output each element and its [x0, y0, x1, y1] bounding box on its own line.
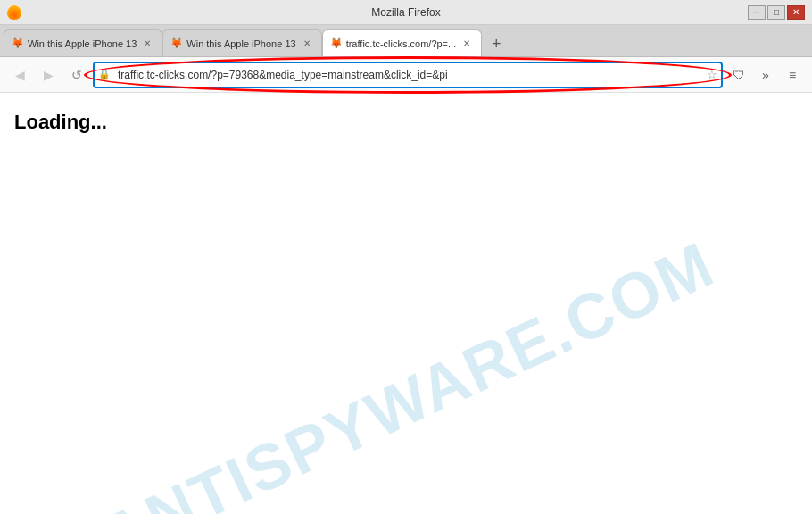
back-button[interactable]: ◀ [7, 62, 32, 87]
address-bar-container: 🔒 ☆ [93, 62, 723, 88]
tab-close-1[interactable]: ✕ [140, 37, 154, 51]
tab-2[interactable]: 🦊 Win this Apple iPhone 13 ✕ [162, 29, 321, 56]
tab-label-2: Win this Apple iPhone 13 [186, 38, 295, 49]
hamburger-menu-button[interactable]: ≡ [780, 62, 805, 87]
forward-button[interactable]: ▶ [36, 62, 61, 87]
titlebar-left [7, 5, 21, 20]
titlebar: Mozilla Firefox ─ □ ✕ [0, 0, 812, 25]
firefox-icon [7, 5, 21, 20]
overflow-button[interactable]: » [753, 62, 778, 87]
bookmark-star-icon[interactable]: ☆ [707, 68, 717, 81]
tab-favicon-3: 🦊 [330, 37, 343, 50]
maximize-button[interactable]: □ [767, 5, 785, 20]
tab-label-3: traffic.tc-clicks.com/?p=... [346, 38, 457, 49]
reload-button[interactable]: ↺ [64, 62, 89, 87]
tab-close-3[interactable]: ✕ [460, 37, 474, 51]
tabbar: 🦊 Win this Apple iPhone 13 ✕ 🦊 Win this … [0, 25, 812, 57]
loading-text: Loading... [0, 93, 812, 152]
tab-favicon-1: 🦊 [12, 37, 24, 50]
lock-icon: 🔒 [98, 69, 111, 80]
nav-extra-buttons: 🛡 » ≡ [726, 62, 805, 87]
tab-close-2[interactable]: ✕ [300, 37, 314, 51]
minimize-button[interactable]: ─ [748, 5, 766, 20]
tab-3[interactable]: 🦊 traffic.tc-clicks.com/?p=... ✕ [322, 29, 483, 56]
tab-favicon-2: 🦊 [170, 37, 183, 50]
tab-label-1: Win this Apple iPhone 13 [28, 38, 137, 49]
titlebar-buttons: ─ □ ✕ [748, 5, 805, 20]
shield-button[interactable]: 🛡 [726, 62, 751, 87]
page-content: Loading... MYANTISPYWARE.COM [0, 93, 812, 514]
titlebar-title: Mozilla Firefox [371, 6, 440, 19]
address-input[interactable] [93, 62, 723, 88]
navbar: ◀ ▶ ↺ 🔒 ☆ 🛡 » ≡ [0, 57, 812, 93]
watermark: MYANTISPYWARE.COM [5, 197, 789, 514]
new-tab-button[interactable]: + [484, 31, 509, 56]
close-button[interactable]: ✕ [787, 5, 805, 20]
tab-1[interactable]: 🦊 Win this Apple iPhone 13 ✕ [4, 29, 162, 56]
